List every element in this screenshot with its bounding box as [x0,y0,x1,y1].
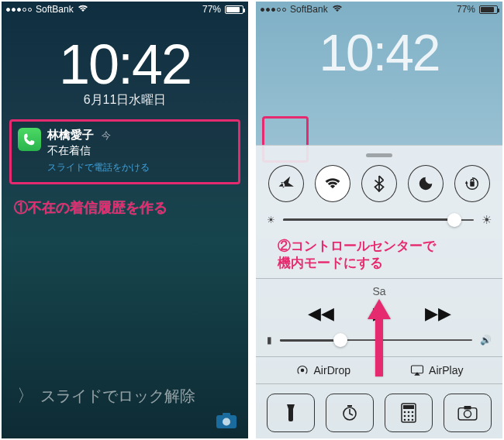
notification-time: 今 [102,130,111,141]
battery-icon [225,5,243,14]
missed-call-notification[interactable]: 林檎愛子 今 不在着信 スライドで電話をかける [9,119,240,184]
svg-point-14 [408,415,410,418]
airplane-mode-toggle[interactable] [268,165,304,202]
svg-rect-7 [347,405,352,407]
signal-icon [261,8,286,12]
phone-app-icon [18,128,41,151]
svg-rect-20 [464,406,471,410]
volume-low-icon: ▮ [267,335,272,345]
camera-shortcut[interactable] [214,411,239,431]
flashlight-button[interactable] [267,394,315,432]
clock-time: 10:42 [256,23,502,82]
wifi-icon [332,4,343,15]
svg-rect-9 [403,405,414,409]
annotation-left: ①不在の着信履歴を作る [14,198,236,217]
orientation-lock-toggle[interactable] [454,165,490,202]
now-playing-title: Sa [265,285,493,297]
carrier-label: SoftBank [290,4,328,15]
svg-point-12 [412,411,414,414]
volume-high-icon: 🔊 [480,335,492,345]
svg-point-21 [464,411,471,418]
battery-pct: 77% [202,4,221,15]
carrier-label: SoftBank [36,4,74,15]
brightness-high-icon: ☀ [482,213,492,227]
annotation-arrow-icon [366,299,392,376]
divider [256,383,502,384]
svg-point-18 [412,419,414,421]
battery-icon [479,5,498,14]
wifi-toggle[interactable] [315,165,350,202]
status-bar: SoftBank 77% [256,2,502,17]
lockscreen-phone: SoftBank 77% 10:42 6月11日水曜日 林檎愛子 今 不在着信 … [2,2,248,438]
clock-time: 10:42 [2,33,248,96]
airdrop-button[interactable]: AirDrop [295,363,350,377]
notification-hint: スライドで電話をかける [47,161,230,174]
clock-block: 10:42 [256,23,502,82]
brightness-slider[interactable]: ☀ ☀ [267,213,492,227]
timer-button[interactable] [326,394,374,432]
control-center-panel: ☀ ☀ ②コントロールセンターで機内モードにする Sa ◀◀ ▶ ▶▶ ▮ 🔊 … [256,145,502,438]
do-not-disturb-toggle[interactable] [408,165,444,202]
brightness-low-icon: ☀ [267,215,275,225]
svg-point-10 [404,411,406,414]
divider [256,278,502,279]
svg-point-13 [404,415,406,418]
svg-point-17 [408,419,410,421]
svg-rect-19 [458,408,477,420]
notification-title: 林檎愛子 [47,128,94,143]
control-center-phone: SoftBank 77% 10:42 [256,2,502,438]
svg-rect-1 [223,413,230,417]
slide-to-unlock[interactable]: 〉 スライドでロック解除 [17,384,217,407]
svg-point-2 [223,418,230,426]
chevron-right-icon: 〉 [17,384,34,407]
unlock-label: スライドでロック解除 [40,386,195,407]
airplay-label: AirPlay [429,364,463,376]
prev-track-button[interactable]: ◀◀ [308,304,334,324]
panel-grabber[interactable] [366,153,392,157]
status-bar: SoftBank 77% [2,2,248,17]
wifi-icon [78,4,88,15]
annotation-right: ②コントロールセンターで機内モードにする [278,238,481,272]
battery-pct: 77% [457,4,475,15]
signal-icon [6,8,32,12]
svg-rect-3 [470,181,475,186]
airplay-button[interactable]: AirPlay [410,363,463,377]
svg-point-15 [412,415,414,418]
clock-block: 10:42 6月11日水曜日 [2,33,248,108]
airdrop-label: AirDrop [314,364,350,376]
calculator-button[interactable] [385,394,433,432]
svg-point-4 [300,369,304,373]
camera-button[interactable] [444,394,492,432]
clock-date: 6月11日水曜日 [2,92,248,108]
svg-point-11 [408,411,410,414]
svg-point-16 [404,419,406,421]
bluetooth-toggle[interactable] [361,165,397,202]
next-track-button[interactable]: ▶▶ [425,304,451,324]
notification-subtitle: 不在着信 [47,144,230,158]
